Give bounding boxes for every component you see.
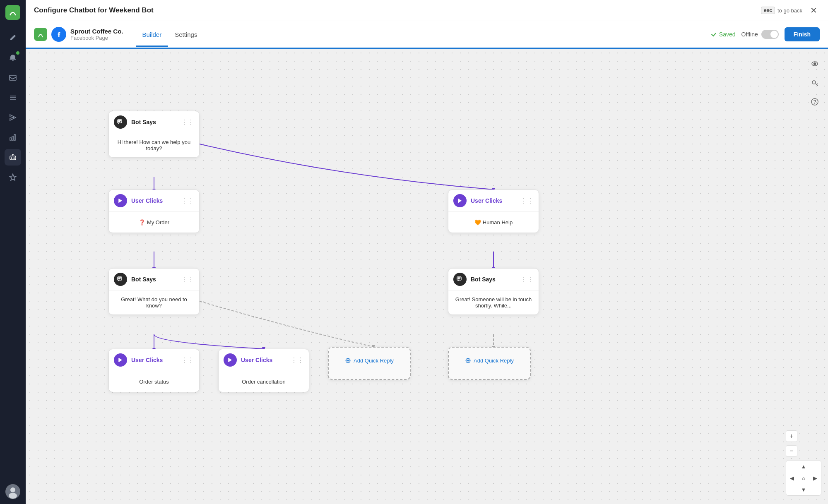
bot-says-body-3: Great! Someone will be in touch shortly.… — [448, 290, 539, 314]
node-user-clicks-4[interactable]: User Clicks ⋮⋮ Order cancellation — [218, 349, 309, 392]
add-quick-reply-label-2[interactable]: ⊕ Add Quick Reply — [449, 348, 530, 373]
bot-says-title-1: Bot Says — [131, 119, 177, 125]
finish-button[interactable]: Finish — [785, 27, 820, 41]
node-bot-says-1[interactable]: Bot Says ⋮⋮ Hi there! How can we help yo… — [108, 111, 200, 158]
bot-says-icon-3 — [453, 273, 467, 286]
main-content: Configure Chatbot for Weekend Bot esc to… — [26, 0, 828, 504]
user-clicks-title-human: User Clicks — [471, 197, 516, 204]
bot-says-body-1: Hi there! How can we help you today? — [109, 133, 199, 157]
sprout-logo — [34, 28, 47, 41]
sidebar-item-compose[interactable] — [5, 30, 21, 46]
user-clicks-body-human: 🧡 Human Help — [448, 212, 539, 233]
top-bar-right: esc to go back ✕ — [761, 4, 820, 17]
user-clicks-icon-1 — [114, 194, 127, 207]
zoom-out-button[interactable]: + — [786, 430, 797, 442]
offline-toggle-switch[interactable] — [761, 30, 779, 39]
sidebar-item-notifications[interactable] — [5, 50, 21, 66]
sidebar-item-inbox[interactable] — [5, 70, 21, 86]
drag-handle-3[interactable]: ⋮⋮ — [520, 197, 534, 205]
tabs: Builder Settings — [136, 21, 204, 48]
sidebar-item-analytics[interactable] — [5, 129, 21, 146]
user-avatar[interactable] — [5, 484, 20, 499]
node-add-quick-reply-2[interactable]: ⊕ Add Quick Reply — [448, 347, 531, 380]
svg-rect-4 — [10, 138, 11, 140]
node-bot-says-3[interactable]: Bot Says ⋮⋮ Great! Someone will be in to… — [448, 268, 539, 315]
app-logo — [5, 5, 20, 20]
nav-right-button[interactable]: ▶ — [809, 472, 821, 484]
sidebar-item-tasks[interactable] — [5, 89, 21, 106]
offline-toggle: Offline — [741, 30, 779, 39]
add-quick-reply-label-1[interactable]: ⊕ Add Quick Reply — [329, 348, 410, 373]
svg-rect-40 — [118, 279, 120, 279]
drag-handle-2[interactable]: ⋮⋮ — [181, 197, 194, 205]
bot-says-title-2: Bot Says — [131, 276, 177, 283]
drag-handle-4[interactable]: ⋮⋮ — [181, 276, 194, 283]
node-user-clicks-3[interactable]: User Clicks ⋮⋮ Order status — [108, 349, 200, 392]
svg-point-8 — [11, 158, 12, 158]
sidebar — [0, 0, 26, 504]
brand-details: Sprout Coffee Co. Facebook Page — [70, 28, 123, 41]
svg-marker-34 — [119, 199, 122, 203]
nav-cluster: ▲ ◀ ⌂ ▶ ▼ — [786, 460, 821, 496]
svg-point-17 — [815, 104, 815, 104]
page-title: Configure Chatbot for Weekend Bot — [34, 6, 154, 14]
close-button[interactable]: ✕ — [807, 4, 820, 17]
offline-label: Offline — [741, 31, 758, 38]
node-user-clicks-human[interactable]: User Clicks ⋮⋮ 🧡 Human Help — [448, 190, 539, 233]
brand-info: Sprout Coffee Co. Facebook Page — [34, 21, 123, 48]
drag-handle-6[interactable]: ⋮⋮ — [181, 356, 194, 364]
svg-point-11 — [10, 487, 15, 492]
svg-rect-39 — [118, 278, 121, 278]
brand-type: Facebook Page — [70, 35, 123, 41]
esc-hint: esc to go back — [761, 7, 802, 14]
user-clicks-icon-3 — [114, 353, 127, 367]
bot-says-icon-2 — [114, 273, 127, 286]
nav-home-button[interactable]: ⌂ — [798, 472, 809, 484]
svg-rect-32 — [118, 120, 121, 121]
header-right: Saved Offline Finish — [710, 27, 820, 41]
user-clicks-icon-human — [453, 194, 467, 207]
brand-name: Sprout Coffee Co. — [70, 28, 123, 35]
builder-header: Sprout Coffee Co. Facebook Page Builder … — [26, 21, 828, 49]
drag-handle-5[interactable]: ⋮⋮ — [520, 276, 534, 283]
eye-icon[interactable] — [808, 57, 821, 70]
esc-hint-text: to go back — [777, 7, 802, 14]
notification-badge — [16, 51, 19, 55]
drag-handle-1[interactable]: ⋮⋮ — [181, 118, 194, 126]
nav-up-button[interactable]: ▲ — [798, 461, 809, 472]
node-user-clicks-1[interactable]: User Clicks ⋮⋮ ❓ My Order — [108, 190, 200, 233]
svg-marker-46 — [229, 358, 232, 362]
builder-container: Sprout Coffee Co. Facebook Page Builder … — [26, 21, 828, 504]
saved-indicator: Saved — [710, 31, 736, 38]
svg-point-15 — [812, 81, 816, 84]
sidebar-item-bot[interactable] — [5, 149, 21, 166]
svg-rect-6 — [14, 134, 15, 140]
svg-point-12 — [9, 493, 17, 499]
sidebar-item-star[interactable] — [5, 169, 21, 185]
saved-label: Saved — [719, 31, 736, 38]
user-clicks-icon-4 — [224, 353, 237, 367]
zoom-in-button[interactable]: − — [786, 445, 797, 457]
drag-handle-7[interactable]: ⋮⋮ — [291, 356, 304, 364]
right-panel — [808, 57, 821, 108]
bot-says-icon-1 — [114, 115, 127, 129]
tab-settings[interactable]: Settings — [168, 24, 204, 47]
sidebar-item-send[interactable] — [5, 109, 21, 126]
key-icon[interactable] — [808, 76, 821, 89]
node-bot-says-2[interactable]: Bot Says ⋮⋮ Great! What do you need to k… — [108, 268, 200, 315]
help-icon[interactable] — [808, 95, 821, 108]
svg-point-14 — [814, 63, 816, 65]
user-clicks-body-1: ❓ My Order — [109, 212, 199, 233]
tab-builder[interactable]: Builder — [136, 24, 168, 47]
user-clicks-title-4: User Clicks — [241, 357, 286, 363]
nav-down-button[interactable]: ▼ — [798, 484, 809, 495]
user-clicks-title-1: User Clicks — [131, 197, 177, 204]
node-add-quick-reply-1[interactable]: ⊕ Add Quick Reply — [328, 347, 411, 380]
canvas[interactable]: + − ▲ ◀ ⌂ ▶ ▼ — [26, 49, 828, 504]
svg-marker-44 — [119, 358, 122, 362]
top-bar: Configure Chatbot for Weekend Bot esc to… — [26, 0, 828, 21]
facebook-icon — [51, 27, 66, 42]
svg-rect-7 — [10, 156, 16, 160]
user-clicks-body-3: Order status — [109, 371, 199, 392]
nav-left-button[interactable]: ◀ — [786, 472, 798, 484]
